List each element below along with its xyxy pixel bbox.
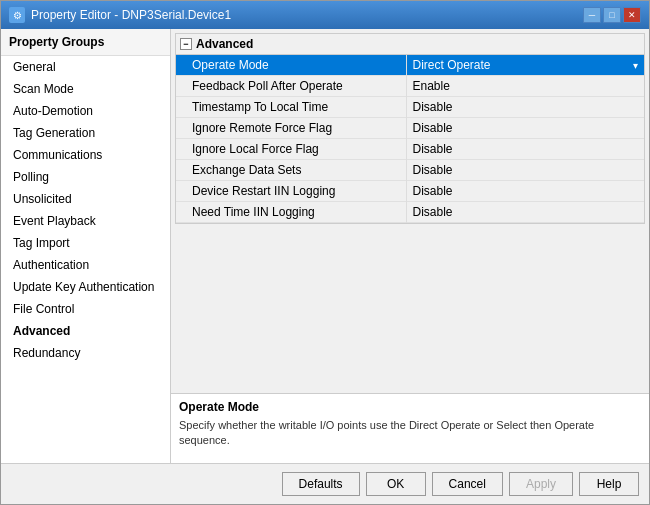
sidebar-item-communications[interactable]: Communications [1, 144, 170, 166]
property-row[interactable]: Operate ModeDirect Operate▾ [176, 55, 644, 76]
cancel-button[interactable]: Cancel [432, 472, 503, 496]
property-value: Enable [413, 79, 450, 93]
property-row[interactable]: Exchange Data SetsDisable [176, 160, 644, 181]
sidebar-item-file-control[interactable]: File Control [1, 298, 170, 320]
property-name: Need Time IIN Logging [176, 202, 406, 223]
property-value-cell: Disable [407, 181, 645, 201]
sidebar-item-general[interactable]: General [1, 56, 170, 78]
main-panel: − Advanced Operate ModeDirect Operate▾Fe… [171, 29, 649, 463]
sidebar-item-tag-import[interactable]: Tag Import [1, 232, 170, 254]
property-name: Device Restart IIN Logging [176, 181, 406, 202]
property-table: Operate ModeDirect Operate▾Feedback Poll… [176, 55, 644, 223]
property-name: Exchange Data Sets [176, 160, 406, 181]
section-header: − Advanced [175, 33, 645, 55]
properties-area: − Advanced Operate ModeDirect Operate▾Fe… [171, 29, 649, 393]
property-row[interactable]: Need Time IIN LoggingDisable [176, 202, 644, 223]
property-value-cell: Disable [407, 118, 645, 138]
property-row[interactable]: Ignore Local Force FlagDisable [176, 139, 644, 160]
property-value: Disable [413, 142, 453, 156]
property-value-cell: Disable [407, 97, 645, 117]
description-area: Operate Mode Specify whether the writabl… [171, 393, 649, 463]
property-name: Ignore Local Force Flag [176, 139, 406, 160]
sidebar-item-auto-demotion[interactable]: Auto-Demotion [1, 100, 170, 122]
property-row[interactable]: Ignore Remote Force FlagDisable [176, 118, 644, 139]
property-name: Timestamp To Local Time [176, 97, 406, 118]
sidebar-items: GeneralScan ModeAuto-DemotionTag Generat… [1, 56, 170, 364]
sidebar-item-update-key-auth[interactable]: Update Key Authentication [1, 276, 170, 298]
property-value: Disable [413, 121, 453, 135]
content-area: Property Groups GeneralScan ModeAuto-Dem… [1, 29, 649, 463]
help-button[interactable]: Help [579, 472, 639, 496]
minimize-button[interactable]: ─ [583, 7, 601, 23]
window-icon: ⚙ [9, 7, 25, 23]
sidebar-item-event-playback[interactable]: Event Playback [1, 210, 170, 232]
property-value-cell: Disable [407, 160, 645, 180]
sidebar-item-authentication[interactable]: Authentication [1, 254, 170, 276]
property-name: Ignore Remote Force Flag [176, 118, 406, 139]
sidebar-header: Property Groups [1, 29, 170, 56]
property-editor-window: ⚙ Property Editor - DNP3Serial.Device1 ─… [0, 0, 650, 505]
title-bar-left: ⚙ Property Editor - DNP3Serial.Device1 [9, 7, 231, 23]
property-value-cell: Disable [407, 202, 645, 222]
property-row[interactable]: Device Restart IIN LoggingDisable [176, 181, 644, 202]
sidebar-item-redundancy[interactable]: Redundancy [1, 342, 170, 364]
ok-button[interactable]: OK [366, 472, 426, 496]
property-value: Disable [413, 100, 453, 114]
maximize-button[interactable]: □ [603, 7, 621, 23]
dropdown-arrow-icon[interactable]: ▾ [633, 60, 638, 71]
section-label: Advanced [196, 37, 253, 51]
button-bar: Defaults OK Cancel Apply Help [1, 463, 649, 504]
window-title: Property Editor - DNP3Serial.Device1 [31, 8, 231, 22]
close-button[interactable]: ✕ [623, 7, 641, 23]
description-title: Operate Mode [179, 400, 641, 414]
title-controls: ─ □ ✕ [583, 7, 641, 23]
property-value-cell: Disable [407, 139, 645, 159]
property-row[interactable]: Feedback Poll After OperateEnable [176, 76, 644, 97]
property-name: Feedback Poll After Operate [176, 76, 406, 97]
section-toggle[interactable]: − [180, 38, 192, 50]
property-table-wrapper: Operate ModeDirect Operate▾Feedback Poll… [175, 55, 645, 224]
property-name: Operate Mode [176, 55, 406, 76]
property-value: Disable [413, 163, 453, 177]
defaults-button[interactable]: Defaults [282, 472, 360, 496]
sidebar-item-scan-mode[interactable]: Scan Mode [1, 78, 170, 100]
property-value: Disable [413, 205, 453, 219]
property-value-cell: Enable [407, 76, 645, 96]
property-row[interactable]: Timestamp To Local TimeDisable [176, 97, 644, 118]
apply-button[interactable]: Apply [509, 472, 573, 496]
sidebar-item-tag-generation[interactable]: Tag Generation [1, 122, 170, 144]
description-text: Specify whether the writable I/O points … [179, 418, 641, 449]
sidebar-item-polling[interactable]: Polling [1, 166, 170, 188]
property-value-cell[interactable]: Direct Operate▾ [407, 55, 645, 75]
sidebar-item-unsolicited[interactable]: Unsolicited [1, 188, 170, 210]
sidebar: Property Groups GeneralScan ModeAuto-Dem… [1, 29, 171, 463]
title-bar: ⚙ Property Editor - DNP3Serial.Device1 ─… [1, 1, 649, 29]
property-value: Disable [413, 184, 453, 198]
sidebar-item-advanced[interactable]: Advanced [1, 320, 170, 342]
property-value: Direct Operate [413, 58, 491, 72]
